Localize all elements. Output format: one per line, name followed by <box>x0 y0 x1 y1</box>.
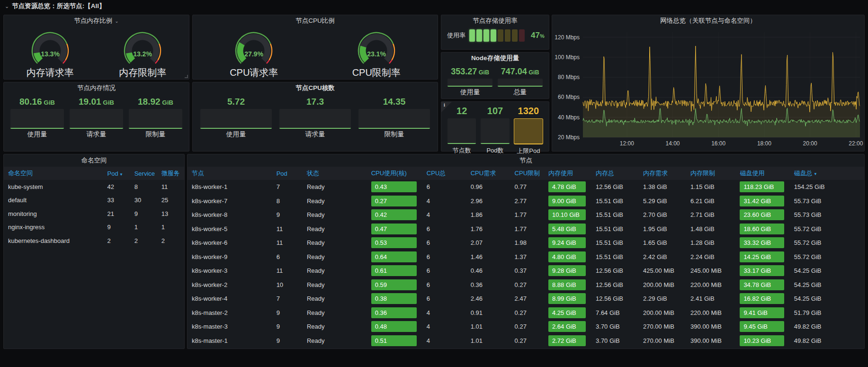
panel-title-storage-rate[interactable]: 节点存储使用率 <box>441 15 549 27</box>
cell: 2.47 <box>510 295 544 302</box>
highlight-cell: 2.64 GiB <box>548 321 586 332</box>
column-header-磁盘使用[interactable]: 磁盘使用 <box>735 169 789 178</box>
highlight-cell: 0.59 <box>371 279 417 290</box>
panel-title-nodes[interactable]: 节点 <box>188 154 864 167</box>
stat-使用量: 353.27 GiB使用量 <box>445 67 495 97</box>
panel-title-cpu-ratio[interactable]: 节点CPU比例 <box>193 15 438 27</box>
svg-text:13.3%: 13.3% <box>41 50 60 58</box>
cell: 33.32 GiB <box>735 237 789 248</box>
column-header-内存需求[interactable]: 内存需求 <box>639 169 686 178</box>
resize-handle[interactable] <box>185 75 188 78</box>
cell: 6 <box>422 183 466 190</box>
cell: 4 <box>422 323 466 330</box>
info-icon[interactable]: i <box>444 102 445 107</box>
column-header-微服务[interactable]: 微服务 <box>157 169 184 178</box>
stat-value: 14.35 <box>383 97 406 107</box>
cell: 1.01 <box>466 323 510 330</box>
column-header-内存总[interactable]: 内存总 <box>591 169 639 178</box>
series-line-receive <box>583 46 860 112</box>
cell: 390.00 MiB <box>686 337 735 344</box>
column-header-磁盘总[interactable]: 磁盘总 ▼ <box>790 169 864 178</box>
column-header-Service[interactable]: Service <box>130 170 157 177</box>
led-gauge-label: 使用率 <box>447 31 465 40</box>
stat-value: 747.04 GiB <box>501 67 539 77</box>
cell: 21 <box>103 210 130 217</box>
cell: 55.72 GiB <box>790 239 864 246</box>
cell: 54.25 GiB <box>790 295 864 302</box>
cell: 0.51 <box>367 335 422 346</box>
stat-使用量: 5.72使用量 <box>197 97 276 139</box>
gauge-内存请求率: 13.3%内存请求率 <box>8 28 93 79</box>
cell: 9.45 GiB <box>735 321 789 332</box>
led-cell-dim <box>505 29 510 42</box>
led-cell-dim <box>512 29 518 42</box>
cell: 2.70 GiB <box>639 211 686 218</box>
cell: k8s-master-2 <box>188 309 272 316</box>
column-header-Pod[interactable]: Pod ▼ <box>103 170 130 177</box>
cell: 1.37 <box>510 253 544 260</box>
cell: 18.60 GiB <box>735 224 789 234</box>
cell: k8s-worker-7 <box>188 197 272 205</box>
table-row: monitoring21913 <box>4 207 184 221</box>
stat-sparkline <box>358 109 430 129</box>
column-header-状态[interactable]: 状态 <box>303 169 367 178</box>
panel-title-namespaces[interactable]: 命名空间 <box>4 154 184 167</box>
panel-title-cpu-cores[interactable]: 节点CPU核数 <box>193 82 438 94</box>
cell: 11 <box>272 225 303 233</box>
row-title: 节点资源总览：所选节点:【All】 <box>12 2 105 10</box>
column-header-节点[interactable]: 节点 <box>188 169 272 178</box>
cell: 30 <box>130 197 157 204</box>
table-row: k8s-master-19Ready0.5141.010.272.72 GiB3… <box>188 334 864 348</box>
panel-title-memory-ratio[interactable]: 节点内存比例⌄ <box>4 15 189 27</box>
svg-text:100 Mbps: 100 Mbps <box>555 54 580 61</box>
cell: 49.82 GiB <box>790 337 864 344</box>
column-header-CPU总[interactable]: CPU总 <box>422 169 466 178</box>
table-row: k8s-worker-17Ready0.4360.960.774.78 GiB1… <box>188 180 864 194</box>
stat-value: 353.27 GiB <box>451 67 489 77</box>
led-cell-lit <box>476 29 482 42</box>
info-corner[interactable] <box>441 102 452 112</box>
collapse-icon[interactable]: ⌄ <box>5 3 9 9</box>
column-header-内存使用[interactable]: 内存使用 <box>544 169 591 178</box>
cell: 0.59 <box>367 279 422 290</box>
table-row: k8s-worker-511Ready0.4761.761.775.48 GiB… <box>188 222 864 236</box>
panel-title-storage-usage[interactable]: Node存储使用量 <box>441 53 549 64</box>
node-count-stats: 12节点数107Pod数1320上限Pod <box>441 102 549 155</box>
highlight-cell: 0.42 <box>371 209 417 220</box>
cell: 55.73 GiB <box>790 197 864 205</box>
panel-cpu-cores: 节点CPU核数 5.72使用量17.3请求量14.35限制量 <box>192 82 438 152</box>
column-header-Pod[interactable]: Pod <box>272 170 303 177</box>
panel-title-network[interactable]: 网络总览（关联节点与命名空间） <box>552 15 864 27</box>
column-header-CPU使用(核)[interactable]: CPU使用(核) <box>367 169 422 178</box>
cell: 6 <box>422 295 466 302</box>
namespace-table-body: kube-system42811default333025monitoring2… <box>4 180 184 248</box>
panel-storage-usage: Node存储使用量 353.27 GiB使用量747.04 GiB总量 <box>441 52 549 99</box>
gauge-arc: 27.9% <box>218 28 289 68</box>
highlight-cell: 16.82 GiB <box>740 293 784 304</box>
column-header-CPU需求[interactable]: CPU需求 <box>466 169 510 178</box>
stat-sparkline <box>498 79 543 87</box>
cell: 1.76 <box>466 225 510 233</box>
stat-value: 19.01 GiB <box>79 97 114 107</box>
svg-text:27.9%: 27.9% <box>244 50 263 58</box>
column-header-内存限制[interactable]: 内存限制 <box>686 169 735 178</box>
column-header-命名空间[interactable]: 命名空间 <box>4 169 103 178</box>
panel-title-memory-detail[interactable]: 节点内存情况 <box>4 82 189 94</box>
gauge-arc: 23.1% <box>341 28 412 68</box>
cell: 0.43 <box>367 181 422 192</box>
highlight-cell: 8.99 GiB <box>548 293 586 304</box>
stat-value: 1320 <box>518 106 539 116</box>
highlight-cell: 0.51 <box>371 335 417 346</box>
sort-icon: ▼ <box>813 172 817 176</box>
stat-label: 总量 <box>513 88 527 97</box>
cell: 6.21 GiB <box>686 197 735 205</box>
cell: 33 <box>103 197 130 204</box>
dashboard-row-header[interactable]: ⌄ 节点资源总览：所选节点:【All】 <box>0 0 868 12</box>
cell: 9 <box>272 337 303 344</box>
cell: 1.28 GiB <box>686 239 735 246</box>
network-chart-plot[interactable]: 20 Mbps40 Mbps60 Mbps80 Mbps100 Mbps120 … <box>554 27 864 152</box>
column-header-CPU限制[interactable]: CPU限制 <box>510 169 544 178</box>
cell: Ready <box>303 253 367 260</box>
cell: 4 <box>422 197 466 205</box>
cell: 4 <box>422 211 466 218</box>
